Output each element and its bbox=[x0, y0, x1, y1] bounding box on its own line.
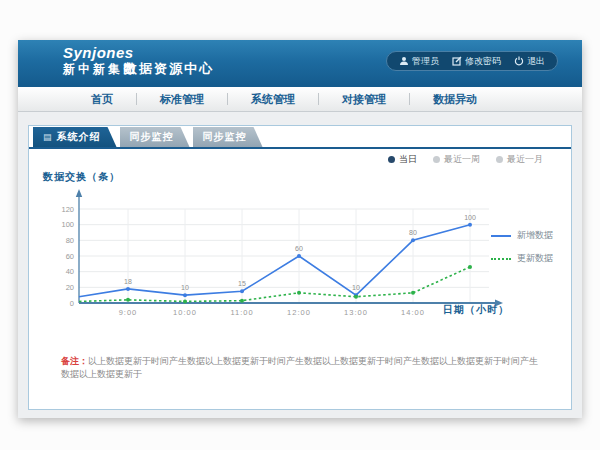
data-point bbox=[126, 298, 130, 302]
y-tick-label: 0 bbox=[70, 299, 74, 308]
user-toolbar: 管理员 修改密码 退出 bbox=[386, 51, 558, 71]
radio-today[interactable]: 当日 bbox=[388, 153, 417, 166]
footer-note: 备注：以上数据更新于时间产生数据以上数据更新于时间产生数据以上数据更新于时间产生… bbox=[61, 355, 541, 380]
legend-item-new-data[interactable]: 新增数据 bbox=[491, 229, 553, 242]
data-point bbox=[240, 299, 244, 303]
radio-label: 最近一周 bbox=[444, 153, 480, 166]
x-tick-label: 14:00 bbox=[401, 308, 425, 317]
y-tick-label: 100 bbox=[61, 220, 74, 229]
brand-logo-text: Synjones bbox=[63, 45, 138, 60]
radio-last-week[interactable]: 最近一周 bbox=[433, 153, 480, 166]
tab-sync-monitor-1[interactable]: 同步监控 bbox=[120, 127, 190, 147]
x-tick-label: 13:00 bbox=[344, 308, 368, 317]
y-tick-label: 20 bbox=[66, 283, 74, 292]
solid-line-icon bbox=[491, 235, 511, 237]
nav-item-data-change[interactable]: 数据异动 bbox=[410, 92, 500, 107]
data-point-label: 10 bbox=[181, 284, 189, 291]
tab-sync-monitor-2[interactable]: 同步监控 bbox=[193, 127, 263, 147]
data-point-label: 60 bbox=[295, 245, 303, 252]
change-password-button[interactable]: 修改密码 bbox=[452, 55, 501, 68]
current-user-button[interactable]: 管理员 bbox=[399, 55, 439, 68]
main-nav: 首页 标准管理 系统管理 对接管理 数据异动 bbox=[18, 87, 582, 112]
data-point-label: 10 bbox=[352, 284, 360, 291]
page-title: 数据资源中心 bbox=[124, 60, 214, 78]
screen: Synjones 新中新集团 数据资源中心 管理员 修改密码 bbox=[0, 0, 600, 450]
x-tick-label: 9:00 bbox=[119, 308, 138, 317]
data-point bbox=[411, 291, 415, 295]
x-tick-label: 10:00 bbox=[173, 308, 197, 317]
data-point bbox=[468, 223, 472, 227]
nav-item-standard-mgmt[interactable]: 标准管理 bbox=[137, 92, 227, 107]
logout-button[interactable]: 退出 bbox=[514, 55, 545, 68]
data-point-label: 18 bbox=[124, 278, 132, 285]
chart-legend: 新增数据 更新数据 bbox=[491, 229, 553, 265]
radio-dot-icon bbox=[496, 156, 503, 163]
dotted-line-icon bbox=[491, 258, 511, 260]
x-tick-label: 11:00 bbox=[230, 308, 253, 317]
tab-bar: ▤ 系统介绍 同步监控 同步监控 bbox=[33, 127, 266, 147]
edit-icon bbox=[452, 56, 462, 66]
legend-label: 新增数据 bbox=[517, 229, 553, 242]
x-tick-label: 12:00 bbox=[287, 308, 311, 317]
tab-label: 同步监控 bbox=[203, 127, 247, 147]
data-point bbox=[354, 295, 358, 299]
current-user-label: 管理员 bbox=[412, 55, 439, 68]
radio-last-month[interactable]: 最近一月 bbox=[496, 153, 543, 166]
tab-system-intro[interactable]: ▤ 系统介绍 bbox=[33, 127, 117, 147]
data-point-label: 100 bbox=[464, 214, 476, 221]
user-icon bbox=[399, 56, 409, 66]
nav-item-interface-mgmt[interactable]: 对接管理 bbox=[319, 92, 409, 107]
data-point bbox=[126, 287, 130, 291]
app-window: Synjones 新中新集团 数据资源中心 管理员 修改密码 bbox=[18, 40, 582, 418]
data-point-label: 15 bbox=[238, 280, 246, 287]
tab-label: 系统介绍 bbox=[57, 127, 101, 147]
data-point bbox=[297, 291, 301, 295]
radio-dot-icon bbox=[388, 156, 395, 163]
data-point bbox=[240, 289, 244, 293]
nav-item-home[interactable]: 首页 bbox=[68, 92, 136, 107]
content-panel: ▤ 系统介绍 同步监控 同步监控 当日 最近一周 bbox=[28, 125, 572, 410]
data-point-label: 80 bbox=[409, 229, 417, 236]
data-point bbox=[183, 293, 187, 297]
nav-item-system-mgmt[interactable]: 系统管理 bbox=[228, 92, 318, 107]
note-label: 备注： bbox=[61, 356, 88, 366]
data-point bbox=[468, 265, 472, 269]
data-point bbox=[411, 238, 415, 242]
tab-label: 同步监控 bbox=[130, 127, 174, 147]
power-icon bbox=[514, 56, 524, 66]
y-tick-label: 120 bbox=[61, 205, 74, 214]
time-range-filter: 当日 最近一周 最近一月 bbox=[388, 153, 543, 166]
legend-item-updated-data[interactable]: 更新数据 bbox=[491, 252, 553, 265]
note-text: 以上数据更新于时间产生数据以上数据更新于时间产生数据以上数据更新于时间产生数据以… bbox=[61, 356, 538, 379]
radio-label: 最近一月 bbox=[507, 153, 543, 166]
document-icon: ▤ bbox=[43, 133, 53, 142]
legend-label: 更新数据 bbox=[517, 252, 553, 265]
chart-y-axis-title: 数据交换（条） bbox=[43, 170, 120, 184]
data-point bbox=[297, 254, 301, 258]
logout-label: 退出 bbox=[527, 55, 545, 68]
active-tab-underline bbox=[29, 147, 571, 149]
app-header: Synjones 新中新集团 数据资源中心 管理员 修改密码 bbox=[18, 40, 582, 87]
y-tick-label: 60 bbox=[66, 252, 74, 261]
radio-label: 当日 bbox=[399, 153, 417, 166]
change-password-label: 修改密码 bbox=[465, 55, 501, 68]
y-tick-label: 40 bbox=[66, 267, 74, 276]
radio-dot-icon bbox=[433, 156, 440, 163]
chart-x-axis-title: 日期（小时） bbox=[443, 303, 509, 317]
y-axis-arrow-icon bbox=[76, 189, 82, 197]
data-point bbox=[183, 299, 187, 303]
y-tick-label: 80 bbox=[66, 236, 74, 245]
